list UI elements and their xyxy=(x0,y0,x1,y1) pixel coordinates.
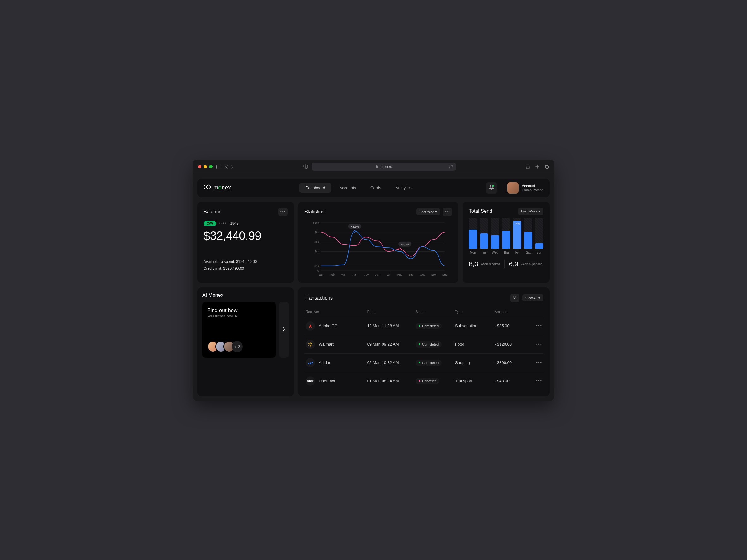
ai-monex-card: AI Monex Find out how Your friends have … xyxy=(197,288,294,396)
ai-title: AI Monex xyxy=(202,292,224,298)
brand-logo[interactable]: monex xyxy=(204,185,231,191)
status-badge: Completed xyxy=(415,323,442,329)
account-menu[interactable]: Account Emma Parson xyxy=(507,182,543,193)
status-badge: Canceled xyxy=(415,378,439,384)
tx-amount: - $120.00 xyxy=(495,342,530,347)
total-send-bars: MonTueWedThu74%FriSatSun xyxy=(469,220,543,254)
tx-type: Transport xyxy=(455,379,495,383)
ai-slide-subtitle: Your friends have AI xyxy=(207,314,271,318)
ai-slide[interactable]: Find out how Your friends have AI +12 xyxy=(202,302,276,358)
svg-text:Jul: Jul xyxy=(387,273,390,276)
browser-toolbar: monex xyxy=(193,160,554,174)
app-root: monex Dashboard Accounts Cards Analytics xyxy=(193,174,554,401)
total-send-title: Total Send xyxy=(469,209,492,214)
transactions-search-button[interactable] xyxy=(511,294,519,302)
tx-amount: - $48.00 xyxy=(495,379,530,383)
table-row[interactable]: UberUber taxi01 Mar, 08:24 AMCanceledTra… xyxy=(304,372,543,390)
tx-date: 01 Mar, 08:24 AM xyxy=(367,379,415,383)
tx-date: 02 Mar, 10:32 AM xyxy=(367,360,415,365)
total-send-range-select[interactable]: Last Week ▾ xyxy=(518,208,543,215)
nav-analytics[interactable]: Analytics xyxy=(389,183,418,193)
nav-cards[interactable]: Cards xyxy=(364,183,387,193)
svg-text:$6k: $6k xyxy=(314,240,319,243)
separator xyxy=(502,184,503,192)
svg-text:May: May xyxy=(363,273,369,276)
avatar xyxy=(507,182,518,193)
new-tab-icon[interactable] xyxy=(535,164,539,169)
bar-col: Tue xyxy=(480,218,488,254)
svg-line-37 xyxy=(515,298,517,299)
tx-type: Subscription xyxy=(455,324,495,328)
svg-rect-3 xyxy=(546,165,549,169)
chevron-right-icon xyxy=(283,327,285,332)
ai-slide-title: Find out how xyxy=(207,308,271,314)
nav-dashboard[interactable]: Dashboard xyxy=(299,183,332,193)
chevron-down-icon: ▾ xyxy=(435,210,437,214)
svg-text:$10k: $10k xyxy=(313,221,319,224)
nav-accounts[interactable]: Accounts xyxy=(333,183,362,193)
svg-text:+8,2%: +8,2% xyxy=(351,225,359,228)
window-zoom-icon[interactable] xyxy=(209,165,212,168)
balance-amount: $32,440.99 xyxy=(204,229,288,243)
account-name: Emma Parson xyxy=(522,188,543,192)
row-more-button[interactable]: ••• xyxy=(530,342,542,347)
svg-line-43 xyxy=(311,344,312,344)
svg-line-41 xyxy=(311,345,312,345)
transactions-card: Transactions View All ▾ xyxy=(298,288,550,396)
bar-col: 74%Fri xyxy=(513,218,521,254)
transactions-header-row: Receiver Date Status Type Amount xyxy=(304,308,543,317)
bar-col: Wed xyxy=(491,218,499,254)
ai-avatars: +12 xyxy=(207,341,271,352)
svg-text:+2,2%: +2,2% xyxy=(401,243,409,246)
tabs-icon[interactable] xyxy=(544,164,549,169)
url-bar[interactable]: monex xyxy=(312,163,456,171)
svg-text:Sep: Sep xyxy=(408,273,413,276)
table-row[interactable]: Walmart09 Mar, 09:22 AMCompletedFood- $1… xyxy=(304,335,543,353)
merchant-icon xyxy=(306,321,315,331)
row-more-button[interactable]: ••• xyxy=(530,379,542,383)
chevron-down-icon: ▾ xyxy=(538,209,540,213)
row-more-button[interactable]: ••• xyxy=(530,360,542,365)
merchant-icon xyxy=(306,340,315,349)
svg-line-40 xyxy=(309,344,310,344)
svg-text:0: 0 xyxy=(317,269,319,272)
account-label: Account xyxy=(522,184,543,188)
nav-back-icon[interactable] xyxy=(225,165,228,169)
svg-text:Aug: Aug xyxy=(397,273,402,276)
svg-text:Apr: Apr xyxy=(353,273,357,276)
url-host: monex xyxy=(380,165,391,169)
statistics-more-button[interactable]: ••• xyxy=(443,208,452,216)
svg-point-33 xyxy=(399,248,401,250)
window-minimize-icon[interactable] xyxy=(204,165,207,168)
svg-text:$8k: $8k xyxy=(314,231,319,234)
share-icon[interactable] xyxy=(526,164,530,169)
total-send-card: Total Send Last Week ▾ MonTueWedThu74%Fr… xyxy=(463,202,550,283)
table-row[interactable]: Adidas02 Mar, 10:32 AMCompletedShoping- … xyxy=(304,353,543,372)
card-mask-icon: •••• xyxy=(220,221,227,225)
svg-text:$4k: $4k xyxy=(314,250,319,253)
notifications-button[interactable] xyxy=(486,182,497,193)
ai-next-button[interactable] xyxy=(279,302,289,358)
shield-icon[interactable] xyxy=(304,164,308,169)
sidebar-toggle-icon[interactable] xyxy=(216,165,221,169)
svg-point-5 xyxy=(207,185,211,189)
table-row[interactable]: Adobe CC12 Mar, 11:28 AMCompletedSubscri… xyxy=(304,317,543,335)
transactions-view-all[interactable]: View All ▾ xyxy=(522,294,543,301)
header-right: Account Emma Parson xyxy=(486,182,543,193)
svg-rect-2 xyxy=(376,166,378,168)
balance-more-button[interactable]: ••• xyxy=(278,208,288,216)
nav-forward-icon[interactable] xyxy=(231,165,234,169)
refresh-icon[interactable] xyxy=(449,164,453,169)
browser-window: monex monex xyxy=(193,160,554,401)
brand-mark-icon xyxy=(204,185,211,191)
svg-text:Mar: Mar xyxy=(341,273,346,276)
lock-icon xyxy=(376,165,379,169)
bar-col: Mon xyxy=(469,218,477,254)
separator xyxy=(504,260,505,268)
tx-type: Food xyxy=(455,342,495,347)
row-more-button[interactable]: ••• xyxy=(530,324,542,328)
statistics-range-select[interactable]: Last Year ▾ xyxy=(416,208,440,215)
app-header: monex Dashboard Accounts Cards Analytics xyxy=(197,179,550,197)
window-close-icon[interactable] xyxy=(198,165,201,168)
merchant-name: Uber taxi xyxy=(319,379,335,383)
